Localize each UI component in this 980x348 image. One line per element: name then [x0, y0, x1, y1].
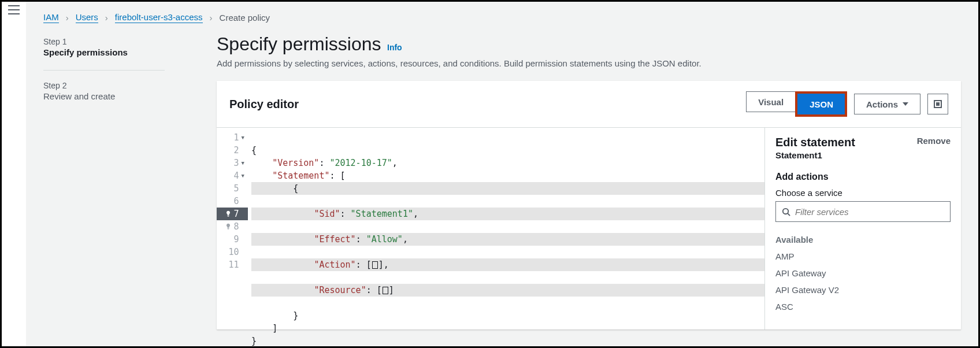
- search-icon: [782, 208, 790, 216]
- json-button[interactable]: JSON: [797, 94, 845, 114]
- actions-dropdown[interactable]: Actions: [854, 94, 920, 114]
- chevron-right-icon: ›: [66, 13, 69, 23]
- lightbulb-icon[interactable]: [225, 210, 232, 217]
- fold-icon[interactable]: ▼: [242, 157, 244, 169]
- chevron-down-icon: [903, 102, 908, 106]
- panel-title: Policy editor: [229, 98, 299, 111]
- fold-icon[interactable]: ▼: [242, 131, 244, 144]
- svg-line-1: [788, 213, 790, 216]
- policy-editor-panel: Policy editor Visual JSON Actions: [217, 81, 961, 330]
- wizard-steps: Step 1 Specify permissions Step 2 Review…: [43, 34, 194, 330]
- breadcrumb-users[interactable]: Users: [76, 12, 98, 23]
- service-item[interactable]: API Gateway V2: [775, 285, 951, 295]
- remove-button[interactable]: Remove: [917, 136, 951, 146]
- choose-service-label: Choose a service: [775, 188, 951, 198]
- fullscreen-icon: [934, 100, 942, 108]
- json-editor[interactable]: 1▼ 2▼ 3▼ 4▼ 5▼ 6▼ 7▼: [217, 128, 764, 330]
- chevron-right-icon: ›: [210, 13, 213, 23]
- step-2[interactable]: Step 2 Review and create: [43, 79, 194, 108]
- json-button-highlight: JSON: [795, 91, 847, 117]
- edit-statement-panel: Edit statement Statement1 Remove Add act…: [764, 128, 961, 330]
- available-heading: Available: [775, 235, 951, 245]
- side-panel-title: Edit statement: [775, 136, 855, 149]
- info-link[interactable]: Info: [387, 43, 402, 52]
- breadcrumb-user[interactable]: firebolt-user-s3-access: [115, 12, 203, 23]
- line-gutter: 1▼ 2▼ 3▼ 4▼ 5▼ 6▼ 7▼: [217, 128, 248, 330]
- fullscreen-button[interactable]: [927, 94, 948, 114]
- page-subtitle: Add permissions by selecting services, a…: [217, 58, 961, 68]
- service-item[interactable]: ASC: [775, 302, 951, 312]
- page-title: Specify permissions: [217, 34, 381, 55]
- step-1[interactable]: Step 1 Specify permissions: [43, 35, 194, 64]
- lightbulb-icon[interactable]: [225, 223, 232, 230]
- service-item[interactable]: AMP: [775, 251, 951, 261]
- visual-button[interactable]: Visual: [746, 91, 795, 112]
- code-content[interactable]: { "Version": "2012-10-17", "Statement": …: [248, 128, 764, 330]
- actions-label: Actions: [866, 99, 898, 109]
- editor-mode-toggle: Visual JSON: [746, 91, 847, 117]
- service-item[interactable]: API Gateway: [775, 268, 951, 278]
- service-search[interactable]: [775, 201, 951, 222]
- breadcrumb-current: Create policy: [220, 13, 270, 23]
- chevron-right-icon: ›: [105, 13, 108, 23]
- breadcrumb-iam[interactable]: IAM: [43, 12, 59, 23]
- step-title: Specify permissions: [43, 47, 194, 57]
- add-actions-heading: Add actions: [775, 172, 951, 182]
- service-search-input[interactable]: [795, 207, 944, 217]
- fold-icon[interactable]: ▼: [242, 169, 244, 182]
- side-panel-subtitle: Statement1: [775, 150, 855, 160]
- step-title: Review and create: [43, 91, 194, 101]
- step-label: Step 1: [43, 37, 194, 46]
- svg-point-0: [783, 208, 788, 213]
- hamburger-menu-icon[interactable]: [8, 5, 20, 14]
- step-label: Step 2: [43, 81, 194, 90]
- breadcrumb: IAM › Users › firebolt-user-s3-access › …: [43, 12, 961, 23]
- divider: [43, 70, 165, 71]
